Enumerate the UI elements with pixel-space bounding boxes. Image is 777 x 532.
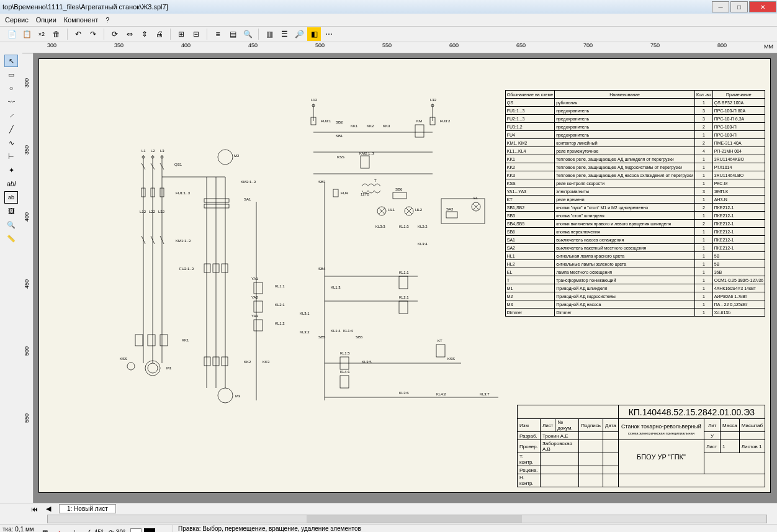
menu-help[interactable]: ?	[106, 16, 109, 24]
status-grid: тка: 0,1 мм	[2, 526, 34, 533]
table-row: ELлампа местного освещения136В	[505, 268, 765, 276]
svg-rect-26	[160, 335, 168, 346]
hint-line1: Правка: Выбор, перемещение, вращение, уд…	[178, 525, 361, 533]
svg-text:SA2: SA2	[446, 207, 454, 211]
svg-text:YA1: YA1	[251, 277, 259, 281]
magnify-tool-icon[interactable]: 🔍	[4, 219, 18, 231]
horizontal-scrollbar[interactable]	[0, 514, 777, 524]
components-table: Обозначение на схеме Наименование Кол -в…	[505, 90, 765, 317]
th-name: Наименование	[555, 91, 695, 99]
ruler-horizontal: ММ 300350400450500550600650700750800	[22, 42, 777, 53]
color1-icon[interactable]	[130, 528, 141, 533]
polyline-tool-icon[interactable]: ⟋	[4, 109, 18, 122]
circle-tool-icon[interactable]: ○	[4, 82, 18, 94]
table-row: KK2тепловое реле, защищающее АД гидросис…	[505, 163, 765, 171]
align-icon[interactable]: ≡	[211, 27, 225, 41]
sheet-tabs: ⏮ ◀ 1: Новый лист	[0, 503, 777, 514]
maximize-button[interactable]: □	[730, 1, 748, 12]
svg-point-28	[127, 363, 135, 370]
image-tool-icon[interactable]: 🖼	[4, 205, 18, 217]
pointer-tool-icon[interactable]: ↖	[4, 55, 18, 67]
rect-tool-icon[interactable]: ▭	[4, 68, 18, 81]
minimize-button[interactable]: ─	[712, 1, 729, 12]
tab-first-icon[interactable]: ⏮	[27, 503, 41, 515]
label-tool-icon[interactable]: ab	[4, 191, 18, 204]
svg-text:KL3:4: KL3:4	[418, 242, 428, 246]
ruler-unit: ММ	[764, 43, 773, 50]
side-toolbar: ↖ ▭ ○ 〰 ⟋ ╱ ∿ ⊢ ✦ abl ab 🖼 🔍 📏	[0, 53, 22, 503]
svg-text:HL1: HL1	[388, 208, 395, 212]
th-note: Примечание	[712, 91, 765, 99]
table-row: DimmerDimmer1Xd-613b	[505, 309, 765, 317]
sheet-tab[interactable]: 1: Новый лист	[59, 504, 116, 513]
svg-text:FU3:1: FU3:1	[321, 119, 331, 123]
canvas-area[interactable]: L1 L2 L3 QS1 FU1:1..3 L12L22L32 KM1:1..3	[34, 53, 777, 503]
svg-text:HL2: HL2	[415, 208, 423, 212]
svg-text:L12: L12	[311, 98, 318, 102]
table-row: KTреле времени1АН3-N	[505, 196, 765, 204]
redo-icon[interactable]: ↷	[86, 27, 100, 41]
svg-text:L12: L12	[140, 210, 146, 214]
search-icon[interactable]: 🔍	[241, 27, 254, 41]
group-icon[interactable]: ⊞	[174, 27, 188, 41]
table-row: KSSреле контроля скорости1РКС-М	[505, 179, 765, 187]
mirror-h-icon[interactable]: ⇔	[123, 27, 137, 41]
point-tool-icon[interactable]: ✦	[4, 164, 18, 176]
mirror-v-icon[interactable]: ⇕	[138, 27, 151, 41]
highlight-icon[interactable]: ◧	[307, 27, 321, 41]
svg-text:KL2:1: KL2:1	[399, 295, 409, 299]
svg-point-37	[218, 150, 233, 165]
close-button[interactable]: ✕	[749, 1, 776, 12]
svg-text:L2: L2	[151, 149, 155, 153]
window-title: top\Временно\1111_files\Агрегатный стано…	[2, 3, 711, 11]
text-tool-icon[interactable]: abl	[4, 178, 18, 190]
svg-text:SB5: SB5	[318, 335, 326, 339]
svg-text:KL1:1: KL1:1	[275, 284, 285, 288]
more-icon[interactable]: ⋯	[322, 27, 336, 41]
drawing-name: Станок токарно-револьверный	[621, 423, 701, 430]
x2-icon[interactable]: ×2	[35, 27, 48, 41]
delete-icon[interactable]: 🗑	[50, 27, 63, 41]
svg-text:KL1:3: KL1:3	[399, 225, 409, 228]
node-tool-icon[interactable]: ⊢	[4, 150, 18, 163]
snap-icon[interactable]: ↘	[54, 527, 66, 533]
rotate-icon[interactable]: ⟳	[108, 27, 122, 41]
grid-toggle-icon[interactable]: ▦	[39, 527, 52, 533]
svg-text:KK3: KK3	[383, 124, 390, 128]
svg-rect-131	[436, 345, 445, 357]
line-tool-icon[interactable]: ╱	[4, 123, 18, 135]
menu-service[interactable]: Сервис	[5, 16, 29, 24]
org-name: БПОУ УР "ГПК"	[618, 440, 704, 474]
layers-icon[interactable]: ☰	[277, 27, 291, 41]
zigzag-tool-icon[interactable]: 〰	[4, 96, 18, 108]
zoom-icon[interactable]: 🔎	[292, 27, 306, 41]
measure-tool-icon[interactable]: 📏	[4, 232, 18, 245]
svg-text:KL4:1: KL4:1	[340, 370, 350, 374]
svg-text:KSS: KSS	[447, 357, 455, 361]
color2-icon[interactable]	[144, 528, 155, 533]
undo-icon[interactable]: ↶	[71, 27, 85, 41]
menu-component[interactable]: Компонент	[64, 16, 98, 24]
svg-text:FU4: FU4	[341, 191, 348, 195]
svg-text:KK2: KK2	[244, 360, 251, 364]
svg-rect-129	[340, 376, 349, 388]
svg-rect-25	[148, 335, 155, 346]
paste-icon[interactable]: 📋	[20, 27, 34, 41]
menu-options[interactable]: Опции	[36, 16, 56, 24]
svg-text:KM: KM	[416, 119, 422, 123]
props-icon[interactable]: ▥	[263, 27, 276, 41]
list-icon[interactable]: ▤	[226, 27, 240, 41]
copy-icon[interactable]: 📄	[5, 27, 19, 41]
svg-text:KL1:1: KL1:1	[399, 271, 409, 274]
drawing-sheet[interactable]: L1 L2 L3 QS1 FU1:1..3 L12L22L32 KM1:1..3	[38, 58, 771, 493]
tab-prev-icon[interactable]: ◀	[42, 503, 55, 515]
toolbar: 📄 📋 ×2 🗑 ↶ ↷ ⟳ ⇔ ⇕ 🖨 ⊞ ⊟ ≡ ▤ 🔍 ▥ ☰ 🔎 ◧ ⋯	[0, 26, 777, 42]
svg-text:SB4: SB4	[318, 267, 326, 271]
svg-text:KL2:2: KL2:2	[418, 225, 428, 228]
table-row: FU1:1...3предохранитель3ПРС-100-П 80А	[505, 107, 765, 115]
print-icon[interactable]: 🖨	[153, 27, 166, 41]
ungroup-icon[interactable]: ⊟	[189, 27, 203, 41]
svg-text:KL1:5: KL1:5	[340, 351, 350, 355]
curve-tool-icon[interactable]: ∿	[4, 137, 18, 149]
axis-icon[interactable]: ⊥	[69, 527, 81, 533]
